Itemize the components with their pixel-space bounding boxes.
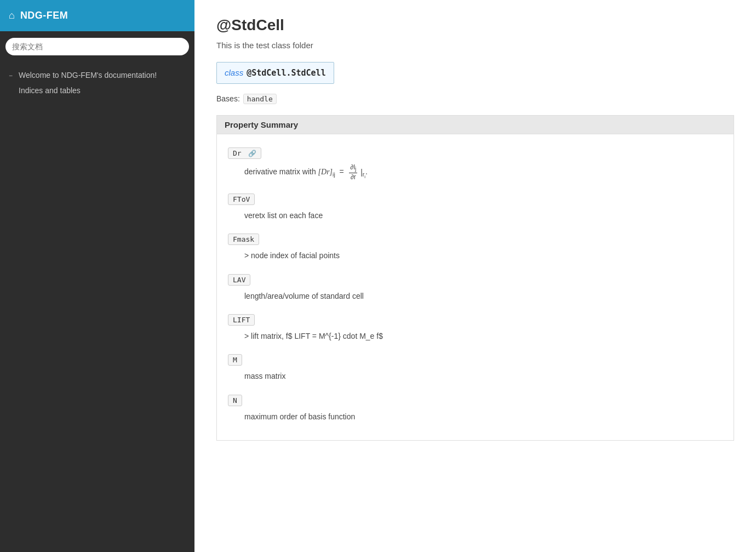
property-summary-body: Dr 🔗 derivative matrix with [Dr]ij = ∂lj… <box>216 134 734 441</box>
class-name: @StdCell.StdCell <box>247 68 326 78</box>
property-name-FToV-label: FToV <box>233 195 250 203</box>
property-name-Dr[interactable]: Dr 🔗 <box>228 147 261 159</box>
page-title: @StdCell <box>216 16 734 34</box>
property-name-N[interactable]: N <box>228 395 242 406</box>
property-entry-M: M mass matrix <box>228 354 723 382</box>
page-subtitle: This is the test class folder <box>216 41 734 50</box>
property-name-FToV[interactable]: FToV <box>228 194 255 205</box>
nav-items: − Welcome to NDG-FEM's documentation! In… <box>0 62 194 104</box>
class-def-box: class@StdCell.StdCell <box>216 62 334 84</box>
home-icon: ⌂ <box>9 10 15 21</box>
main-content: @StdCell This is the test class folder c… <box>194 0 756 552</box>
sidebar-item-welcome[interactable]: − Welcome to NDG-FEM's documentation! <box>0 67 194 83</box>
property-entry-LAV: LAV length/area/volume of standard cell <box>228 274 723 302</box>
sidebar-item-indices[interactable]: Indices and tables <box>0 83 194 98</box>
sidebar: ⌂ NDG-FEM − Welcome to NDG-FEM's documen… <box>0 0 194 552</box>
sidebar-item-indices-label: Indices and tables <box>19 86 81 95</box>
property-name-Fmask-label: Fmask <box>233 235 254 243</box>
bases-value: handle <box>243 94 277 104</box>
property-name-Dr-label: Dr <box>233 149 242 157</box>
search-input[interactable] <box>5 38 189 55</box>
property-entry-Fmask: Fmask > node index of facial points <box>228 234 723 261</box>
bases-label: Bases: <box>216 94 240 103</box>
property-desc-FToV: veretx list on each face <box>228 209 723 221</box>
property-name-LIFT-label: LIFT <box>233 316 250 324</box>
property-entry-LIFT: LIFT > lift matrix, f$ LIFT = M^{-1} cdo… <box>228 314 723 342</box>
property-summary: Property Summary Dr 🔗 derivative matrix … <box>216 115 734 441</box>
class-keyword: class <box>225 68 243 77</box>
bases-line: Bases:handle <box>216 94 734 104</box>
property-entry-FToV: FToV veretx list on each face <box>228 194 723 221</box>
property-desc-N: maximum order of basis function <box>228 411 723 423</box>
property-summary-header: Property Summary <box>216 115 734 134</box>
link-icon-Dr[interactable]: 🔗 <box>248 150 256 157</box>
property-name-M[interactable]: M <box>228 354 242 366</box>
sidebar-header: ⌂ NDG-FEM <box>0 0 194 31</box>
property-desc-Dr: derivative matrix with [Dr]ij = ∂lj ∂r |… <box>228 163 723 181</box>
property-name-Fmask[interactable]: Fmask <box>228 234 259 245</box>
property-name-N-label: N <box>233 396 237 405</box>
property-name-LAV-label: LAV <box>233 276 245 284</box>
sidebar-item-welcome-label: Welcome to NDG-FEM's documentation! <box>19 71 157 79</box>
property-name-LAV[interactable]: LAV <box>228 274 250 286</box>
nav-arrow-welcome: − <box>9 72 15 79</box>
property-entry-N: N maximum order of basis function <box>228 395 723 423</box>
property-desc-M: mass matrix <box>228 370 723 382</box>
property-name-LIFT[interactable]: LIFT <box>228 314 255 326</box>
property-entry-Dr: Dr 🔗 derivative matrix with [Dr]ij = ∂lj… <box>228 147 723 181</box>
sidebar-title: NDG-FEM <box>20 10 68 21</box>
search-box-container <box>0 31 194 62</box>
property-name-M-label: M <box>233 356 237 364</box>
property-desc-LAV: length/area/volume of standard cell <box>228 290 723 302</box>
property-desc-Fmask: > node index of facial points <box>228 249 723 261</box>
property-desc-LIFT: > lift matrix, f$ LIFT = M^{-1} cdot M_e… <box>228 330 723 342</box>
